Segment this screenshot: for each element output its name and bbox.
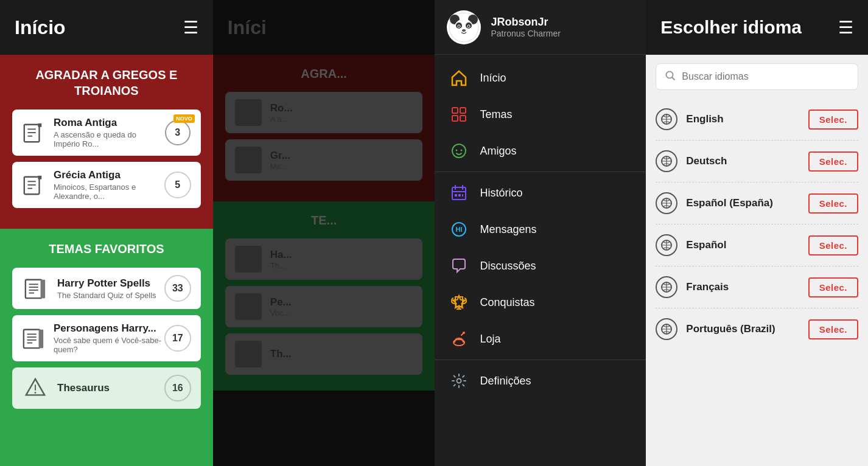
portugues-brazil-select-button[interactable]: Selec.	[808, 319, 858, 339]
menu-item-inicio[interactable]: Início	[435, 60, 646, 96]
svg-point-42	[452, 144, 466, 158]
menu-divider-2	[435, 360, 646, 360]
roma-antiga-icon	[22, 119, 45, 146]
deutsch-icon	[656, 150, 677, 172]
svg-rect-6	[24, 177, 40, 195]
harry-potter-icon	[22, 275, 49, 302]
svg-point-43	[456, 150, 458, 151]
language-item-english[interactable]: English Selec.	[656, 99, 858, 141]
francais-select-button[interactable]: Selec.	[808, 277, 858, 297]
left-header: Início ☰	[0, 0, 213, 55]
right-header: Escolher idioma ☰	[646, 0, 868, 55]
grecia-antiga-card[interactable]: Grécia Antiga Minoicos, Espartanos e Ale…	[12, 162, 201, 208]
language-item-francais[interactable]: Français Selec.	[656, 266, 858, 308]
svg-point-44	[461, 150, 463, 151]
svg-rect-38	[452, 108, 458, 113]
language-item-espanol-espana[interactable]: Español (España) Selec.	[656, 183, 858, 224]
espanol-espana-select-button[interactable]: Selec.	[808, 193, 858, 214]
thesaurus-badge: 16	[164, 375, 191, 402]
thesaurus-title: Thesaurus	[57, 382, 110, 394]
left-hamburger-icon[interactable]: ☰	[183, 18, 198, 38]
search-input[interactable]	[682, 71, 849, 82]
dropdown-panel: JRobsonJr Patronus Charmer Início	[435, 0, 646, 466]
middle-overlay	[213, 0, 435, 466]
svg-point-59	[457, 379, 461, 383]
definicoes-label: Definições	[480, 375, 531, 388]
francais-name: Français	[686, 281, 729, 293]
harry-potter-badge: 33	[164, 275, 191, 302]
roma-antiga-card[interactable]: Roma Antiga A ascensão e queda do Impéri…	[12, 110, 201, 156]
english-icon	[656, 108, 677, 130]
menu-item-mensagens[interactable]: HI Mensagens	[435, 211, 646, 248]
historico-label: Histórico	[480, 187, 522, 200]
harry-potter-card[interactable]: Harry Potter Spells The Standard Quiz of…	[12, 268, 201, 309]
svg-rect-5	[38, 123, 42, 127]
search-box[interactable]	[656, 63, 858, 90]
harry-potter-subtitle: The Standard Quiz of Spells	[57, 291, 156, 300]
english-name: English	[686, 113, 723, 125]
store-icon	[449, 329, 469, 349]
menu-item-temas[interactable]: Temas	[435, 96, 646, 133]
avatar	[447, 10, 481, 44]
menu-divider-1	[435, 172, 646, 172]
espanol-select-button[interactable]: Selec.	[808, 235, 858, 256]
dropdown-header: JRobsonJr Patronus Charmer	[435, 0, 646, 55]
espanol-espana-icon	[656, 192, 677, 214]
menu-item-conquistas[interactable]: Conquistas	[435, 284, 646, 321]
grecia-antiga-badge: 5	[164, 172, 191, 198]
svg-rect-18	[24, 330, 40, 348]
achievements-icon	[449, 293, 469, 312]
personagens-harry-card[interactable]: Personagens Harry... Você sabe quem é Vo…	[12, 315, 201, 361]
settings-icon	[449, 371, 469, 391]
grecia-antiga-subtitle: Minoicos, Espartanos e Alexandre, o...	[54, 183, 164, 201]
language-item-portugues-brazil[interactable]: Português (Brazil) Selec.	[656, 308, 858, 350]
menu-item-definicoes[interactable]: Definições	[435, 363, 646, 399]
svg-text:HI: HI	[456, 226, 463, 233]
discussions-icon	[449, 256, 469, 276]
thesaurus-card[interactable]: Thesaurus 16	[12, 367, 201, 409]
svg-rect-45	[452, 187, 466, 200]
svg-point-30	[454, 19, 474, 38]
language-list: English Selec. Deutsch Selec.	[646, 99, 868, 466]
menu-item-discussoes[interactable]: Discussões	[435, 248, 646, 284]
amigos-label: Amigos	[480, 145, 516, 158]
user-title: Patronus Charmer	[491, 29, 560, 38]
language-item-espanol[interactable]: Español Selec.	[656, 224, 858, 266]
personagens-harry-subtitle: Você sabe quem é Você-sabe-quem?	[54, 336, 164, 354]
svg-line-61	[673, 78, 675, 80]
english-select-button[interactable]: Selec.	[808, 110, 858, 130]
personagens-harry-badge: 17	[164, 325, 191, 352]
menu-item-amigos[interactable]: Amigos	[435, 133, 646, 169]
espanol-name: Español	[686, 239, 726, 251]
right-title: Escolher idioma	[660, 17, 802, 38]
personagens-harry-title: Personagens Harry...	[54, 322, 164, 335]
dropdown-menu: Início Temas	[435, 55, 646, 466]
roma-antiga-badge: 3 NOVO	[164, 119, 191, 146]
deutsch-select-button[interactable]: Selec.	[808, 151, 858, 172]
messages-icon: HI	[449, 220, 469, 239]
svg-point-26	[35, 392, 37, 394]
harry-potter-title: Harry Potter Spells	[57, 277, 156, 290]
deutsch-name: Deutsch	[686, 155, 727, 167]
middle-panel: Iníci AGRA... Ro... A a... Gr... Mir... …	[213, 0, 435, 466]
menu-item-historico[interactable]: Histórico	[435, 175, 646, 211]
section-green: TEMAS FAVORITOS Harry Potter Spells	[0, 229, 213, 466]
home-icon	[449, 68, 469, 88]
user-name: JRobsonJr	[491, 16, 560, 29]
portugues-brazil-name: Português (Brazil)	[686, 323, 775, 335]
thesaurus-icon	[22, 375, 49, 402]
espanol-espana-name: Español (España)	[686, 197, 773, 209]
portugues-brazil-icon	[656, 318, 677, 340]
svg-rect-41	[460, 116, 466, 121]
svg-rect-12	[26, 280, 42, 298]
svg-rect-11	[38, 176, 42, 179]
right-hamburger-icon[interactable]: ☰	[838, 18, 853, 38]
francais-icon	[656, 276, 677, 298]
grecia-antiga-icon	[22, 172, 45, 198]
topics-icon	[449, 105, 469, 124]
language-item-deutsch[interactable]: Deutsch Selec.	[656, 141, 858, 183]
green-section-title: TEMAS FAVORITOS	[12, 241, 201, 257]
history-icon	[449, 183, 469, 203]
menu-item-loja[interactable]: Loja	[435, 321, 646, 357]
grecia-antiga-title: Grécia Antiga	[54, 169, 164, 181]
